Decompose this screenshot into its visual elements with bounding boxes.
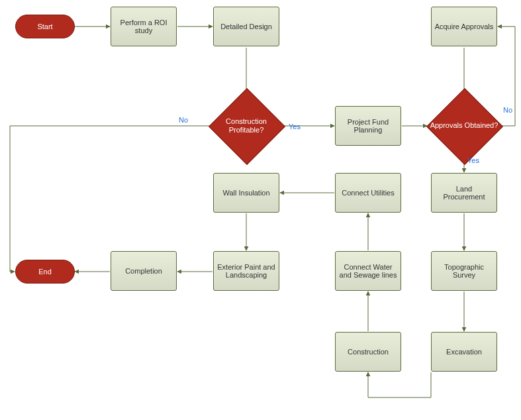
excavation-node: Excavation [431,332,497,372]
completion-label: Completion [125,267,162,275]
start-label: Start [37,23,52,30]
paint-node: Exterior Paint and Landscaping [213,251,279,291]
utilities-label: Connect Utilities [342,189,394,197]
roi-node: Perform a ROI study [111,7,177,46]
approvals-yes-label: Yes [467,156,479,164]
land-node: Land Procurement [431,173,497,213]
profitable-no-label: No [179,116,188,124]
funding-node: Project Fund Planning [335,106,401,146]
water-node: Connect Water and Sewage lines [335,251,401,291]
insulation-node: Wall Insulation [213,173,279,213]
water-label: Connect Water and Sewage lines [338,263,398,279]
survey-label: Topographic Survey [434,263,494,279]
end-node: End [15,260,75,284]
construction-node: Construction [335,332,401,372]
start-node: Start [15,15,75,38]
roi-label: Perform a ROI study [114,19,173,34]
completion-node: Completion [111,251,177,291]
profitable-decision: Construction Profitable? [210,99,283,152]
acquire-approvals-label: Acquire Approvals [435,23,494,30]
profitable-label: Construction Profitable? [210,99,283,152]
approvals-label: Approvals Obtained? [428,99,500,152]
approvals-decision: Approvals Obtained? [428,99,500,152]
insulation-label: Wall Insulation [222,189,269,197]
acquire-approvals-node: Acquire Approvals [431,7,497,46]
excavation-label: Excavation [446,348,482,356]
funding-label: Project Fund Planning [338,118,398,134]
survey-node: Topographic Survey [431,251,497,291]
profitable-yes-label: Yes [289,123,301,131]
design-node: Detailed Design [213,7,279,46]
approvals-no-label: No [503,106,512,114]
land-label: Land Procurement [434,185,494,201]
paint-label: Exterior Paint and Landscaping [216,263,276,279]
design-label: Detailed Design [220,23,272,30]
construction-label: Construction [348,348,389,356]
utilities-node: Connect Utilities [335,173,401,213]
end-label: End [38,268,52,276]
